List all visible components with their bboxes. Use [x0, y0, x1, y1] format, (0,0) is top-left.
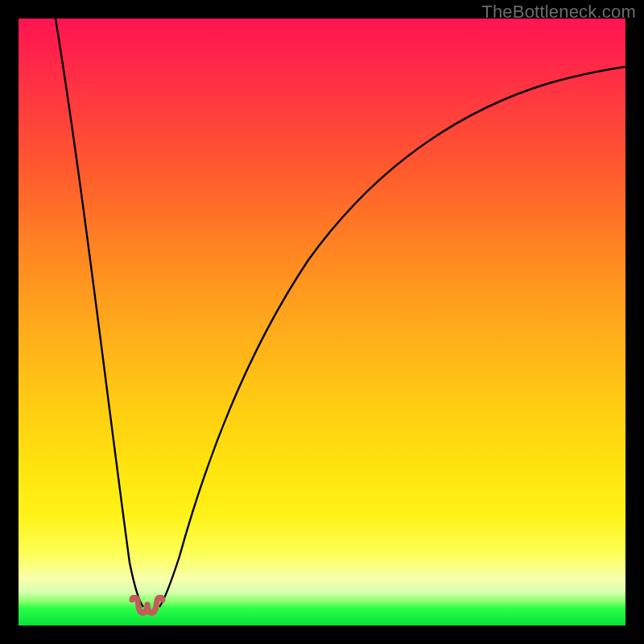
trough-squiggle-path — [132, 597, 163, 613]
curve-path — [56, 19, 625, 607]
plot-area — [19, 19, 625, 625]
bottleneck-curve — [19, 19, 625, 625]
watermark-text: TheBottleneck.com — [481, 2, 636, 23]
trough-marker — [127, 595, 167, 616]
chart-frame: TheBottleneck.com — [0, 0, 644, 644]
